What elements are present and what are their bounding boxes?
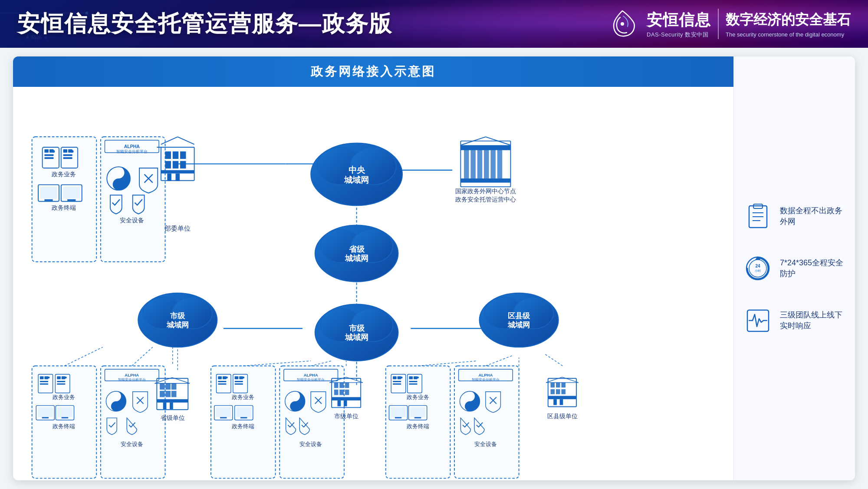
info-item-2: 24 小时 7*24*365全程安全防护 — [743, 253, 846, 284]
svg-rect-118 — [57, 381, 65, 382]
svg-rect-36 — [63, 157, 72, 159]
svg-rect-202 — [393, 381, 401, 382]
svg-rect-169 — [220, 417, 227, 418]
logo-company-name: 安恒信息 — [647, 10, 711, 31]
svg-point-13 — [621, 22, 624, 26]
page-title: 安恒信息安全托管运营服务—政务版 — [17, 9, 392, 39]
svg-point-257 — [749, 260, 766, 277]
svg-rect-163 — [235, 381, 243, 382]
info-text-1: 数据全程不出政务外网 — [780, 205, 846, 227]
svg-text:中央: 中央 — [349, 165, 365, 175]
svg-text:政务终端: 政务终端 — [53, 423, 76, 430]
svg-rect-190 — [332, 397, 361, 400]
svg-rect-186 — [345, 383, 349, 388]
svg-line-249 — [486, 356, 513, 366]
header: 安恒信息安全托管运营服务—政务版 安恒信息 DAS-Security 数安中国 … — [0, 0, 868, 48]
svg-rect-30 — [44, 157, 53, 159]
svg-rect-62 — [180, 161, 186, 169]
svg-rect-112 — [40, 381, 48, 382]
svg-point-224 — [468, 404, 472, 409]
svg-rect-61 — [173, 161, 178, 169]
svg-rect-97 — [477, 149, 483, 178]
svg-rect-99 — [490, 149, 496, 178]
svg-text:安全设备: 安全设备 — [120, 217, 144, 224]
svg-rect-101 — [460, 145, 510, 150]
svg-rect-139 — [160, 383, 165, 390]
svg-text:省级单位: 省级单位 — [161, 414, 185, 421]
logo-tagline-cn: 数字经济的安全基石 — [726, 10, 851, 30]
svg-point-223 — [468, 394, 472, 399]
diagram-title: 政务网络接入示意图 — [13, 56, 733, 87]
info-item-1: 数据全程不出政务外网 — [743, 201, 846, 231]
company-logo-icon — [605, 7, 640, 41]
svg-rect-158 — [218, 383, 226, 385]
svg-rect-102 — [460, 178, 510, 183]
svg-text:智能安全分析平台: 智能安全分析平台 — [297, 378, 325, 382]
svg-rect-200 — [393, 376, 397, 379]
info-item-3: 三级团队线上线下实时响应 — [743, 305, 846, 336]
svg-rect-27 — [44, 149, 49, 153]
clock-24-icon: 24 小时 — [743, 253, 773, 284]
logo-divider — [718, 9, 719, 39]
svg-rect-172 — [240, 417, 247, 418]
svg-rect-145 — [157, 399, 188, 403]
diagram-left: 政务网络接入示意图 — [13, 56, 733, 480]
svg-rect-63 — [161, 170, 194, 174]
svg-text:ALPHA: ALPHA — [478, 373, 493, 377]
svg-rect-152 — [211, 366, 276, 478]
svg-rect-217 — [414, 417, 421, 418]
svg-rect-107 — [32, 366, 97, 478]
svg-text:城域网: 城域网 — [345, 254, 368, 263]
svg-rect-43 — [63, 187, 80, 198]
svg-rect-126 — [57, 407, 72, 417]
svg-rect-155 — [218, 376, 222, 379]
svg-rect-113 — [40, 383, 48, 385]
logo-company-sub: DAS-Security 数安中国 — [647, 31, 711, 39]
svg-text:安全设备: 安全设备 — [299, 441, 322, 447]
svg-point-256 — [746, 257, 769, 280]
svg-text:政务终端: 政务终端 — [52, 204, 76, 211]
svg-rect-230 — [556, 383, 560, 388]
svg-rect-235 — [548, 396, 576, 400]
svg-rect-65 — [176, 173, 180, 181]
diagram-svg: 政务业务 政务终端 ALPHA 智能安全分析平台 — [13, 87, 733, 480]
svg-text:智能安全分析平台: 智能安全分析平台 — [118, 378, 146, 382]
svg-rect-110 — [40, 376, 44, 379]
svg-rect-209 — [409, 383, 417, 385]
svg-rect-127 — [62, 417, 68, 418]
svg-text:部委单位: 部委单位 — [164, 225, 191, 232]
svg-rect-214 — [395, 417, 401, 418]
svg-rect-147 — [170, 403, 173, 409]
svg-line-248 — [418, 361, 477, 366]
svg-rect-206 — [409, 376, 413, 379]
svg-text:安全设备: 安全设备 — [121, 441, 143, 447]
svg-rect-157 — [218, 381, 226, 382]
svg-rect-232 — [551, 389, 555, 394]
svg-rect-60 — [165, 161, 171, 169]
svg-rect-189 — [345, 390, 349, 395]
svg-point-165 — [242, 377, 244, 379]
svg-text:政务业务: 政务业务 — [53, 394, 76, 400]
svg-text:智能安全分析平台: 智能安全分析平台 — [116, 149, 148, 154]
svg-rect-33 — [63, 149, 68, 153]
svg-rect-57 — [165, 152, 171, 159]
svg-point-179 — [293, 404, 297, 409]
svg-rect-108 — [101, 366, 165, 478]
svg-line-242 — [64, 347, 102, 366]
svg-text:市级: 市级 — [170, 311, 185, 320]
svg-rect-213 — [391, 407, 406, 417]
svg-point-204 — [401, 377, 403, 379]
svg-point-120 — [65, 377, 67, 379]
svg-text:城域网: 城域网 — [344, 175, 369, 185]
logo-right: 数字经济的安全基石 The security cornerstone of th… — [726, 10, 851, 38]
svg-line-68 — [178, 137, 194, 144]
svg-text:城域网: 城域网 — [166, 320, 189, 329]
svg-text:24: 24 — [755, 264, 760, 268]
svg-text:ALPHA: ALPHA — [125, 373, 139, 377]
svg-text:ALPHA: ALPHA — [304, 373, 318, 377]
svg-rect-95 — [464, 149, 469, 178]
svg-text:城域网: 城域网 — [345, 333, 368, 342]
svg-rect-164 — [235, 383, 243, 385]
svg-rect-192 — [344, 400, 347, 406]
svg-point-159 — [226, 377, 228, 379]
